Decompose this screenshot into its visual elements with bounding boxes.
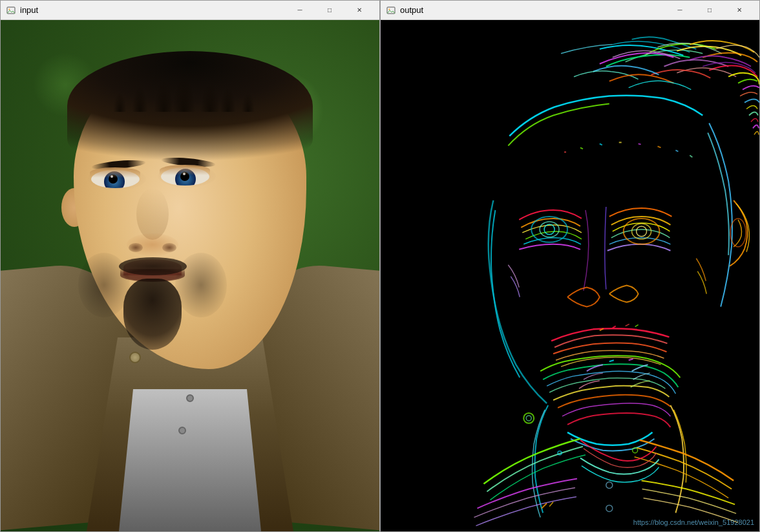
output-window-title: output: [400, 5, 665, 15]
input-close-button[interactable]: ✕: [344, 1, 374, 20]
svg-point-3: [389, 8, 390, 10]
edge-detection-svg: [381, 20, 759, 531]
output-window-content: https://blog.csdn.net/weixin_51928021: [381, 20, 759, 531]
output-edge-image: https://blog.csdn.net/weixin_51928021: [381, 20, 759, 531]
svg-line-16: [639, 144, 641, 144]
input-photo: [1, 20, 379, 531]
input-minimize-button[interactable]: ─: [285, 1, 315, 20]
svg-rect-4: [381, 20, 759, 531]
svg-point-1: [9, 8, 10, 10]
input-window-title: input: [20, 5, 285, 15]
input-titlebar-buttons: ─ □ ✕: [285, 1, 374, 20]
input-window-icon: [6, 5, 16, 16]
output-window-icon: [386, 5, 396, 16]
input-window: input ─ □ ✕: [0, 0, 380, 532]
output-window: output ─ □ ✕: [380, 0, 760, 532]
input-window-content: [1, 20, 379, 531]
output-minimize-button[interactable]: ─: [665, 1, 695, 20]
output-close-button[interactable]: ✕: [724, 1, 754, 20]
input-maximize-button[interactable]: □: [315, 1, 344, 20]
input-titlebar: input ─ □ ✕: [1, 1, 379, 20]
watermark: https://blog.csdn.net/weixin_51928021: [633, 518, 754, 526]
output-maximize-button[interactable]: □: [695, 1, 724, 20]
output-titlebar: output ─ □ ✕: [381, 1, 759, 20]
output-titlebar-buttons: ─ □ ✕: [665, 1, 754, 20]
